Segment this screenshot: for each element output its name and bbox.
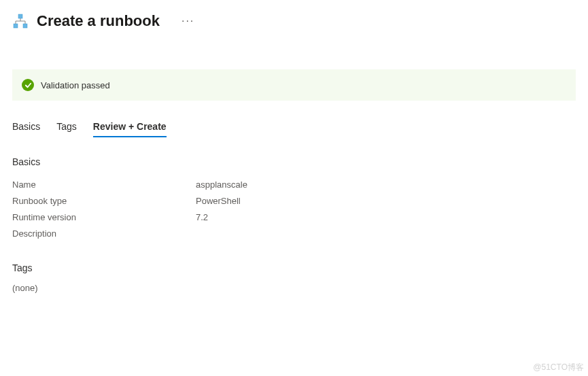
tags-section: Tags (none) [0,242,588,293]
page-header: Create a runbook ··· [0,0,588,35]
tags-none-label: (none) [12,283,576,293]
row-description: Description [12,226,576,242]
label-runbook-type: Runbook type [12,193,196,209]
basics-section-title: Basics [12,156,576,167]
more-actions-button[interactable]: ··· [177,15,198,27]
validation-message: Validation passed [41,80,110,90]
value-runtime-version: 7.2 [196,209,208,226]
svg-rect-0 [18,14,22,18]
value-runbook-type: PowerShell [196,193,241,209]
tab-bar: Basics Tags Review + Create [0,101,588,137]
runbook-icon [12,13,29,29]
label-name: Name [12,177,196,193]
basics-section: Basics Name aspplanscale Runbook type Po… [0,137,588,242]
row-runbook-type: Runbook type PowerShell [12,193,576,209]
label-runtime-version: Runtime version [12,209,196,226]
page-title: Create a runbook [37,12,160,30]
row-name: Name aspplanscale [12,177,576,193]
row-runtime-version: Runtime version 7.2 [12,209,576,226]
check-icon [22,79,34,91]
tab-basics[interactable]: Basics [12,121,40,137]
svg-rect-2 [23,24,27,28]
tab-review-create[interactable]: Review + Create [93,121,167,137]
validation-banner: Validation passed [12,69,576,101]
watermark: @51CTO博客 [533,362,584,373]
svg-rect-1 [14,24,18,28]
tags-section-title: Tags [12,262,576,273]
value-name: aspplanscale [196,177,247,193]
label-description: Description [12,226,196,242]
tab-tags[interactable]: Tags [56,121,77,137]
